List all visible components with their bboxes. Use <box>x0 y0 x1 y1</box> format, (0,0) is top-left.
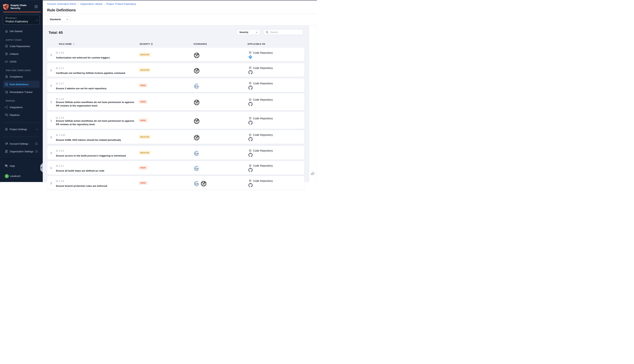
svg-text:CIS: CIS <box>195 85 198 88</box>
svg-text:?: ? <box>6 164 7 166</box>
svg-text:CIS: CIS <box>195 167 198 170</box>
svg-text:CIS: CIS <box>195 152 198 155</box>
